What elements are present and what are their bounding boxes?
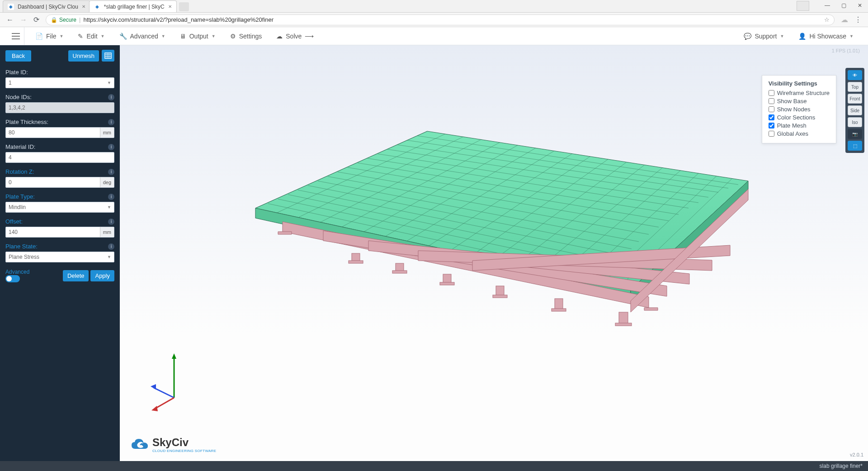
logo-name: SkyCiv bbox=[152, 436, 216, 449]
menu-solve[interactable]: ☁Solve⟶ bbox=[269, 27, 321, 45]
browser-tab-0[interactable]: ◆ Dashboard | SkyCiv Clou ✕ bbox=[3, 0, 90, 12]
tab-title: Dashboard | SkyCiv Clou bbox=[18, 4, 78, 10]
svg-rect-64 bbox=[615, 323, 632, 326]
vis-base[interactable]: Show Base bbox=[769, 98, 830, 105]
close-icon[interactable]: ✕ bbox=[82, 4, 85, 9]
advanced-label: Advanced bbox=[5, 269, 29, 275]
rotz-input[interactable]: 0deg bbox=[5, 177, 114, 188]
view-top-button[interactable]: Top bbox=[848, 82, 862, 92]
close-icon[interactable]: ✕ bbox=[168, 4, 172, 9]
info-icon[interactable]: i bbox=[108, 144, 114, 150]
url-input[interactable]: 🔒 Secure | https://skyciv.com/structural… bbox=[46, 14, 835, 25]
plane-state-select[interactable]: Plane Stress▼ bbox=[5, 252, 114, 262]
back-icon[interactable]: ← bbox=[6, 16, 14, 24]
info-icon[interactable]: i bbox=[108, 169, 114, 175]
info-icon[interactable]: i bbox=[108, 94, 114, 100]
info-icon[interactable]: i bbox=[108, 119, 114, 125]
gear-icon: ⚙ bbox=[230, 33, 236, 40]
plate-type-label: Plate Type:i bbox=[5, 193, 114, 200]
apply-button[interactable]: Apply bbox=[90, 270, 114, 281]
close-icon[interactable]: ✕ bbox=[852, 0, 868, 11]
cloud-icon: ☁ bbox=[276, 33, 283, 40]
svg-rect-59 bbox=[496, 286, 504, 296]
view-toolbar: 👁 Top Front Side Iso 📷 ⬚ bbox=[845, 68, 864, 153]
material-label: Material ID:i bbox=[5, 143, 114, 150]
status-bar: slab grillage finer* bbox=[0, 461, 868, 471]
rotz-label: Rotation Z:i bbox=[5, 168, 114, 175]
maximize-icon[interactable]: ▢ bbox=[835, 0, 852, 11]
menu-settings[interactable]: ⚙Settings bbox=[223, 27, 269, 45]
version-label: v2.0.1 bbox=[850, 452, 863, 457]
screenshot-button[interactable]: 📷 bbox=[848, 129, 862, 139]
node-ids-label: Node IDs:i bbox=[5, 94, 114, 100]
info-icon[interactable]: i bbox=[108, 194, 114, 200]
svg-marker-70 bbox=[151, 406, 158, 411]
view-side-button[interactable]: Side bbox=[848, 105, 862, 115]
star-icon[interactable]: ☆ bbox=[824, 16, 830, 23]
svg-rect-57 bbox=[443, 274, 451, 283]
address-bar: ← → ⟳ 🔒 Secure | https://skyciv.com/stru… bbox=[0, 13, 868, 27]
svg-marker-68 bbox=[151, 384, 156, 390]
reload-icon[interactable]: ⟳ bbox=[33, 15, 39, 24]
menu-advanced[interactable]: 🔧Advanced▼ bbox=[112, 27, 173, 45]
material-input[interactable]: 4 bbox=[5, 152, 114, 163]
svg-marker-52 bbox=[644, 308, 658, 310]
advanced-toggle[interactable] bbox=[5, 275, 20, 282]
status-filename: slab grillage finer* bbox=[820, 463, 863, 469]
svg-rect-61 bbox=[555, 299, 563, 309]
svg-rect-54 bbox=[349, 261, 363, 263]
vis-mesh[interactable]: Plate Mesh bbox=[769, 122, 830, 129]
offset-input[interactable]: 140mm bbox=[5, 227, 114, 238]
delete-button[interactable]: Delete bbox=[63, 270, 89, 281]
view-front-button[interactable]: Front bbox=[848, 94, 862, 104]
thickness-input[interactable]: 80mm bbox=[5, 127, 114, 138]
minimize-icon[interactable]: — bbox=[819, 0, 835, 11]
svg-rect-3 bbox=[105, 53, 111, 58]
viewport-3d[interactable]: 1 FPS (1.01) bbox=[120, 45, 868, 461]
view-iso-button[interactable]: Iso bbox=[848, 117, 862, 127]
svg-rect-56 bbox=[392, 271, 407, 273]
user-icon: 👤 bbox=[798, 33, 806, 40]
plate-type-select[interactable]: Mindlin▼ bbox=[5, 202, 114, 213]
back-button[interactable]: Back bbox=[5, 50, 31, 62]
menu-file[interactable]: 📄File▼ bbox=[28, 27, 71, 45]
menu-edit[interactable]: ✎Edit▼ bbox=[71, 27, 112, 45]
menu-output[interactable]: 🖥Output▼ bbox=[173, 27, 223, 45]
svg-rect-55 bbox=[396, 263, 404, 271]
sidebar: Back Unmesh Plate ID: 1▼ Node IDs:i 1,3,… bbox=[0, 45, 120, 461]
vis-nodes[interactable]: Show Nodes bbox=[769, 106, 830, 113]
info-icon[interactable]: i bbox=[108, 219, 114, 225]
file-icon: 📄 bbox=[35, 33, 43, 40]
unmesh-button[interactable]: Unmesh bbox=[68, 50, 99, 62]
extension-icon[interactable]: ☁ bbox=[841, 15, 848, 24]
plate-id-select[interactable]: 1▼ bbox=[5, 77, 114, 88]
vis-color[interactable]: Color Sections bbox=[769, 114, 830, 121]
forward-icon[interactable]: → bbox=[20, 16, 27, 24]
menu-support[interactable]: 💬Support▼ bbox=[736, 27, 791, 45]
fps-label: 1 FPS (1.01) bbox=[832, 48, 860, 53]
visibility-title: Visibility Settings bbox=[769, 80, 830, 87]
render-button[interactable]: ⬚ bbox=[848, 141, 862, 151]
info-icon[interactable]: i bbox=[108, 243, 114, 250]
eye-button[interactable]: 👁 bbox=[848, 70, 862, 80]
menu-icon[interactable]: ⋮ bbox=[854, 15, 862, 24]
url-text: https://skyciv.com/structural/v2/?preloa… bbox=[83, 16, 274, 23]
browser-tabs: ◆ Dashboard | SkyCiv Clou ✕ ◆ *slab gril… bbox=[0, 0, 868, 13]
pencil-icon: ✎ bbox=[78, 33, 83, 40]
app-logo: SkyCiv CLOUD ENGINEERING SOFTWARE bbox=[130, 436, 216, 453]
vis-axes[interactable]: Global Axes bbox=[769, 130, 830, 137]
app-menu: 📄File▼ ✎Edit▼ 🔧Advanced▼ 🖥Output▼ ⚙Setti… bbox=[0, 27, 868, 45]
window-controls: — ▢ ✕ bbox=[819, 0, 868, 11]
wrench-icon: 🔧 bbox=[119, 33, 127, 40]
menu-user[interactable]: 👤Hi Showcase▼ bbox=[791, 27, 861, 45]
svg-marker-66 bbox=[172, 353, 176, 359]
browser-tab-1[interactable]: ◆ *slab grillage finer | SkyC ✕ bbox=[89, 0, 177, 12]
content: Back Unmesh Plate ID: 1▼ Node IDs:i 1,3,… bbox=[0, 45, 868, 461]
eye-icon: 👁 bbox=[853, 73, 857, 78]
new-tab-button[interactable] bbox=[179, 2, 189, 11]
node-ids-input[interactable]: 1,3,4,2 bbox=[5, 102, 114, 113]
hamburger-button[interactable] bbox=[7, 27, 24, 45]
datasheet-button[interactable] bbox=[102, 50, 114, 62]
vis-wireframe[interactable]: Wireframe Structure bbox=[769, 90, 830, 96]
browser-user-icon[interactable] bbox=[797, 1, 809, 11]
